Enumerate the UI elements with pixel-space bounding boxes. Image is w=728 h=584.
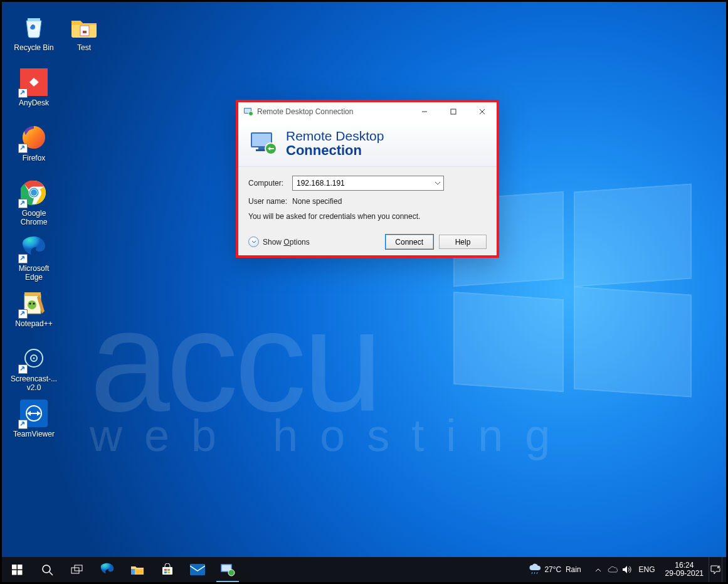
svg-rect-37	[164, 569, 167, 571]
svg-point-9	[29, 303, 31, 305]
monitor-icon	[248, 129, 278, 159]
taskbar-microsoft-store[interactable]	[152, 557, 182, 582]
svg-point-10	[33, 303, 35, 305]
svg-rect-40	[167, 571, 170, 573]
taskbar-file-explorer[interactable]	[122, 557, 152, 582]
close-button[interactable]	[468, 102, 497, 121]
tray-weather[interactable]: 27°C Rain	[528, 563, 581, 576]
desktop-icon-notepadpp[interactable]: Notepad++	[9, 289, 58, 339]
chrome-icon	[20, 179, 48, 206]
desktop-icon-google-chrome[interactable]: Google Chrome	[9, 179, 58, 229]
svg-point-8	[28, 300, 36, 309]
svg-rect-21	[451, 109, 456, 114]
show-desktop-button[interactable]	[722, 557, 726, 582]
system-tray: 27°C Rain ENG 16:24 29-09-2021 1	[528, 557, 726, 582]
desktop-icons-column-1: Recycle Bin AnyDesk Firefox Google Chrom…	[9, 13, 58, 455]
svg-rect-30	[18, 570, 23, 575]
weather-rain-icon	[528, 563, 542, 576]
maximize-button[interactable]	[439, 102, 468, 121]
minimize-button[interactable]	[410, 102, 439, 121]
computer-combobox[interactable]	[292, 176, 444, 191]
svg-rect-41	[190, 564, 205, 575]
anydesk-icon	[20, 68, 48, 96]
taskbar[interactable]: 27°C Rain ENG 16:24 29-09-2021 1	[2, 557, 726, 582]
firefox-icon	[20, 124, 48, 151]
window-title: Remote Desktop Connection	[257, 107, 353, 116]
start-button[interactable]	[2, 557, 32, 582]
svg-rect-39	[164, 571, 167, 573]
desktop-icon-microsoft-edge[interactable]: Microsoft Edge	[9, 234, 58, 284]
desktop-icon-anydesk[interactable]: AnyDesk	[9, 68, 58, 119]
task-view-button[interactable]	[62, 557, 92, 582]
tray-overflow-button[interactable]	[595, 565, 601, 574]
taskbar-edge[interactable]	[92, 557, 122, 582]
connect-button[interactable]: Connect	[386, 235, 433, 249]
svg-point-44	[228, 570, 235, 576]
svg-point-5	[31, 189, 37, 196]
tray-action-center[interactable]: 1	[709, 557, 722, 582]
svg-rect-28	[18, 565, 23, 570]
dialog-body: Computer: User name: None specified You …	[238, 167, 497, 255]
username-label: User name:	[248, 197, 292, 206]
notepadpp-icon	[20, 289, 48, 317]
svg-point-31	[43, 565, 50, 573]
teamviewer-icon	[20, 400, 48, 427]
folder-icon	[70, 13, 98, 41]
tray-onedrive-icon[interactable]	[606, 566, 620, 573]
credentials-hint: You will be asked for credentials when y…	[248, 212, 487, 221]
svg-point-20	[249, 112, 253, 116]
banner-heading: Remote DesktopConnection	[286, 129, 384, 157]
remote-desktop-connection-window: Remote Desktop Connection Remote Desktop…	[236, 100, 499, 258]
taskbar-remote-desktop[interactable]	[213, 557, 243, 582]
svg-point-13	[33, 358, 35, 359]
edge-icon	[20, 234, 48, 262]
recycle-bin-icon	[20, 13, 48, 41]
dialog-banner: Remote DesktopConnection	[238, 121, 497, 167]
tray-clock[interactable]: 16:24 29-09-2021	[665, 561, 704, 578]
svg-rect-35	[131, 569, 135, 575]
taskbar-mail[interactable]	[182, 557, 213, 582]
svg-rect-7	[24, 292, 41, 296]
chevron-down-disc-icon	[248, 236, 259, 247]
svg-rect-17	[83, 31, 87, 33]
rdc-app-icon	[243, 107, 253, 117]
svg-rect-27	[12, 565, 17, 570]
desktop-icon-screencast[interactable]: Screencast-... v2.0	[9, 344, 58, 395]
username-value: None specified	[292, 197, 342, 206]
tray-volume-icon[interactable]	[620, 565, 634, 574]
search-button[interactable]	[32, 557, 62, 582]
desktop-icons-column-2: Test	[60, 13, 108, 68]
computer-label: Computer:	[248, 179, 292, 188]
desktop-icon-test-folder[interactable]: Test	[60, 13, 108, 63]
computer-input[interactable]	[295, 178, 423, 188]
desktop-icon-teamviewer[interactable]: TeamViewer	[9, 400, 58, 450]
desktop-wallpaper[interactable]: accu web hosting Recycle Bin AnyDesk Fir…	[2, 2, 726, 582]
tray-language[interactable]: ENG	[639, 565, 655, 574]
svg-rect-38	[167, 569, 170, 571]
help-button[interactable]: Help	[439, 235, 487, 249]
screencast-icon	[20, 344, 48, 372]
chevron-down-icon	[435, 181, 441, 185]
desktop-icon-recycle-bin[interactable]: Recycle Bin	[9, 13, 58, 63]
svg-rect-24	[258, 147, 265, 149]
show-options-toggle[interactable]: Show Options	[248, 236, 310, 247]
window-titlebar[interactable]: Remote Desktop Connection	[238, 102, 497, 121]
desktop-icon-firefox[interactable]: Firefox	[9, 124, 58, 174]
svg-rect-29	[12, 570, 17, 575]
watermark-sub: web hosting	[90, 410, 572, 461]
